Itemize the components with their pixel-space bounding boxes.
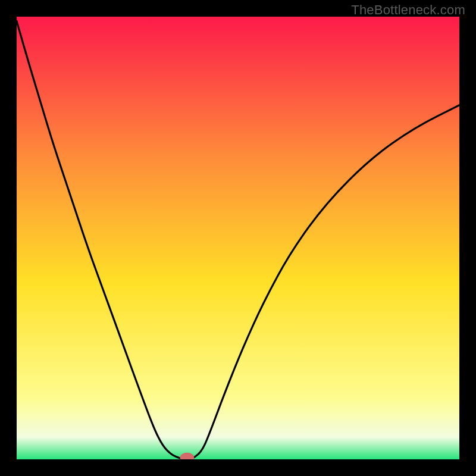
watermark-text: TheBottleneck.com: [351, 2, 465, 18]
gradient-background: [17, 17, 459, 459]
plot-svg: [17, 17, 459, 459]
plot-area: [17, 17, 459, 459]
chart-frame: TheBottleneck.com: [0, 0, 476, 476]
